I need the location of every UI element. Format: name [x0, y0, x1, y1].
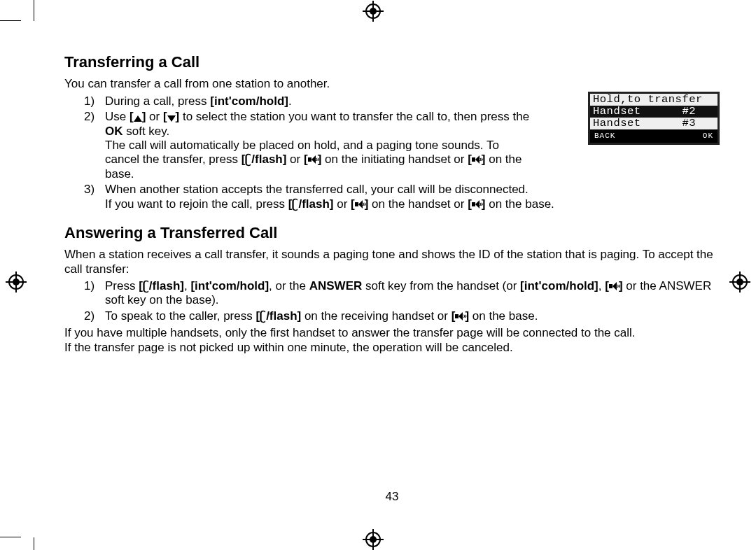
speaker-icon: »: [308, 155, 318, 164]
key-speaker: [»]: [468, 197, 485, 211]
step-text: on the base.: [486, 197, 554, 211]
step-text: Use: [105, 110, 130, 123]
step-text: If you want to rejoin the call, press: [105, 197, 288, 211]
step-item: During a call, press [int'com/hold].: [84, 94, 720, 108]
note-text: If the transfer page is not picked up wi…: [64, 341, 720, 355]
key-speaker: [»]: [451, 309, 469, 323]
registration-mark-icon: [365, 3, 381, 19]
step-text: During a call, press: [105, 94, 210, 108]
key-speaker: [»]: [304, 153, 321, 166]
key-flash: [ʗ/flash]: [241, 153, 287, 166]
step-text: on the initiating handset or: [321, 153, 468, 166]
crop-mark: [0, 537, 21, 537]
lcd-text: Handset: [593, 117, 641, 129]
crop-mark: [34, 537, 34, 550]
steps-list: Press [ʗ/flash], [int'com/hold], or the …: [84, 279, 720, 323]
key-answer: ANSWER: [309, 279, 363, 292]
step-text: To speak to the caller, press: [105, 309, 255, 323]
step-text: soft key.: [123, 125, 170, 138]
registration-mark-icon: [8, 274, 24, 290]
step-item: Use [] or [] to select the station you w…: [84, 110, 532, 181]
key-speaker: [»]: [468, 153, 485, 166]
phone-icon: ʗ: [245, 153, 251, 166]
key-intcom: [int'com/hold]: [210, 94, 288, 108]
arrow-up-icon: [134, 115, 142, 122]
step-text: ,: [598, 279, 605, 292]
speaker-icon: »: [355, 200, 365, 209]
lcd-softkey-bar: BACK OK: [590, 129, 718, 143]
speaker-icon: »: [472, 155, 482, 164]
phone-icon: ʗ: [143, 279, 149, 292]
step-item: When another station accepts the transfe…: [84, 183, 720, 211]
key-ok: OK: [105, 125, 123, 138]
key-flash: [ʗ/flash]: [255, 309, 301, 323]
step-text: on the base.: [469, 309, 538, 323]
page-content: Transferring a Call You can transfer a c…: [64, 53, 720, 355]
arrow-down-icon: [167, 115, 176, 122]
key-speaker: [»]: [605, 279, 622, 292]
heading-answering: Answering a Transferred Call: [64, 224, 720, 242]
intro-text: When a station receives a call transfer,…: [64, 248, 720, 276]
key-intcom: [int'com/hold]: [520, 279, 598, 292]
key-flash: [ʗ/flash]: [288, 197, 334, 211]
speaker-icon: »: [472, 200, 482, 209]
page-number: 43: [386, 490, 399, 504]
registration-mark-icon: [732, 274, 748, 290]
step-text: soft key from the handset (or: [362, 279, 520, 292]
step-text: When another station accepts the transfe…: [105, 183, 528, 196]
key-up: []: [130, 110, 146, 123]
section-answering: Answering a Transferred Call When a stat…: [64, 224, 720, 355]
step-text: or: [286, 153, 304, 166]
lcd-softkey-back: BACK: [594, 130, 615, 142]
step-item: To speak to the caller, press [ʗ/flash] …: [84, 309, 720, 323]
speaker-icon: »: [455, 312, 465, 320]
lcd-row: Handset #3: [590, 118, 718, 129]
step-text: , or the: [269, 279, 309, 292]
registration-mark-icon: [365, 532, 381, 547]
step-text: on the handset or: [368, 197, 468, 211]
step-text: on the receiving handset or: [301, 309, 451, 323]
speaker-icon: »: [609, 282, 619, 290]
intro-text: You can transfer a call from one station…: [64, 77, 720, 91]
crop-mark: [0, 20, 21, 21]
step-item: Press [ʗ/flash], [int'com/hold], or the …: [84, 279, 720, 308]
key-intcom: [int'com/hold]: [190, 279, 269, 292]
lcd-softkey-ok: OK: [703, 130, 713, 142]
crop-mark: [34, 0, 34, 21]
key-down: []: [163, 110, 179, 123]
note-text: If you have multiple handsets, only the …: [64, 326, 720, 340]
step-text: Press: [105, 279, 139, 292]
phone-icon: ʗ: [260, 309, 266, 323]
heading-transferring: Transferring a Call: [64, 53, 720, 71]
key-flash: [ʗ/flash]: [139, 279, 184, 292]
step-text: .: [288, 94, 292, 108]
lcd-text: #3: [682, 117, 696, 129]
step-text: ,: [184, 279, 190, 292]
step-text: or: [333, 197, 351, 211]
step-text: or: [146, 110, 163, 123]
key-speaker: [»]: [351, 197, 368, 211]
step-text: to select the station you want to transf…: [179, 110, 529, 123]
